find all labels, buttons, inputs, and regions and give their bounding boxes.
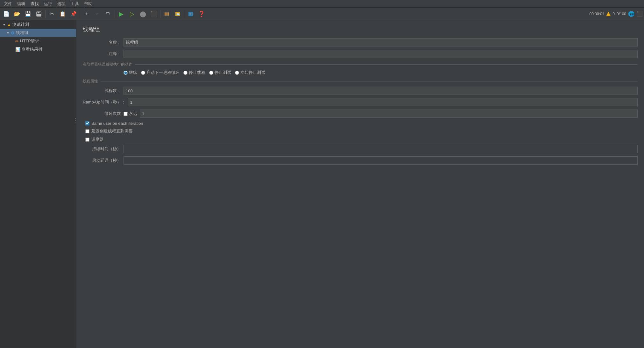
loop-count-input[interactable] — [140, 110, 638, 118]
menu-run[interactable]: 运行 — [41, 0, 55, 7]
svg-rect-1 — [38, 12, 39, 13]
sep3 — [115, 10, 115, 18]
add-button[interactable]: ＋ — [81, 9, 92, 19]
open-button[interactable]: 📂 — [12, 9, 22, 19]
main-layout: ▼ ▲ 测试计划 ▼ ⚙ 线程组 ✏ HTTP请求 📊 查看结果树 ⋮ 线程组 … — [0, 20, 644, 348]
name-input[interactable] — [124, 38, 638, 46]
copy-button[interactable]: 📋 — [58, 9, 68, 19]
sep2 — [80, 10, 80, 18]
radio-next-loop[interactable]: 启动下一进程循环 — [141, 70, 180, 75]
undo-button[interactable] — [103, 9, 113, 19]
duration-row: 持续时间（秒） — [83, 145, 638, 153]
same-user-row: Same user on each iteration — [83, 121, 638, 126]
thread-props-title: 线程属性 — [83, 79, 638, 84]
menu-help[interactable]: 帮助 — [81, 0, 95, 7]
help-button[interactable]: ❓ — [196, 9, 207, 19]
stop-all-button[interactable]: ⬛ — [149, 9, 159, 19]
toolbar: 📄 📂 💾 ✂ 📋 📌 ＋ － ▶ ▷ ⬤ ⬛ 📧 — [0, 8, 644, 20]
same-user-label[interactable]: Same user on each iteration — [91, 121, 143, 126]
name-label: 名称： — [83, 39, 121, 45]
menu-edit[interactable]: 编辑 — [15, 0, 28, 7]
timer-display: 00:00:01 — [590, 12, 605, 16]
loop-count-label: 循环次数 — [83, 111, 121, 117]
delay-create-label[interactable]: 延迟创建线程直到需要 — [91, 128, 133, 134]
scheduler-label[interactable]: 调度器 — [91, 137, 104, 142]
content-area: 线程组 名称： 注释： 在取样器错误后要执行的动作 继续 启动下一进程循环 — [76, 20, 644, 348]
chevron-down-icon: ▼ — [3, 23, 6, 26]
chevron-down-icon2: ▼ — [3, 31, 10, 35]
radio-stop-test-now-label: 立即停止测试 — [240, 70, 265, 75]
sidebar-item-label-view-results: 查看结果树 — [22, 46, 42, 52]
scheduler-row: 调度器 — [83, 137, 638, 142]
menu-tools[interactable]: 工具 — [68, 0, 81, 7]
sidebar-item-thread-group[interactable]: ▼ ⚙ 线程组 — [0, 29, 76, 37]
list-button[interactable] — [186, 9, 196, 19]
run-button[interactable]: ▶ — [116, 9, 126, 19]
thread-count-row: 线程数： — [83, 87, 638, 95]
same-user-checkbox[interactable] — [85, 121, 89, 125]
comment-input[interactable] — [124, 50, 638, 58]
forever-checkbox-label[interactable]: 永远 — [124, 111, 137, 117]
radio-stop-thread[interactable]: 停止线程 — [183, 70, 205, 75]
thread-props-label: 线程属性 — [83, 79, 98, 84]
stop-button[interactable]: ⬤ — [138, 9, 148, 19]
sidebar-item-label-http-request: HTTP请求 — [20, 38, 39, 44]
sidebar: ▼ ▲ 测试计划 ▼ ⚙ 线程组 ✏ HTTP请求 📊 查看结果树 ⋮ — [0, 20, 76, 348]
page-title: 线程组 — [83, 25, 638, 33]
sidebar-item-label-thread-group: 线程组 — [16, 30, 28, 36]
sidebar-item-label-test-plan: 测试计划 — [12, 22, 29, 27]
test-plan-icon: ▲ — [7, 22, 11, 27]
svg-rect-2 — [37, 14, 41, 16]
toolbar-right: 00:00:01 0 0/100 🌐 ⬛ — [590, 11, 643, 17]
ramp-up-row: Ramp-Up时间（秒）： — [83, 98, 638, 106]
get-button[interactable]: 📧 — [173, 9, 183, 19]
cut-button[interactable]: ✂ — [47, 9, 57, 19]
view-results-icon: 📊 — [15, 47, 20, 52]
ramp-up-input[interactable] — [128, 98, 638, 106]
radio-group-row: 继续 启动下一进程循环 停止线程 停止测试 立即停止测试 — [83, 70, 638, 75]
comment-label: 注释： — [83, 51, 121, 57]
radio-continue[interactable]: 继续 — [124, 70, 137, 75]
clear-button[interactable] — [162, 9, 172, 19]
menu-options[interactable]: 选项 — [55, 0, 68, 7]
paste-button[interactable]: 📌 — [68, 9, 79, 19]
sep4 — [160, 10, 160, 18]
forever-checkbox[interactable] — [124, 112, 128, 116]
scheduler-checkbox[interactable] — [85, 138, 89, 142]
save-as-button[interactable] — [34, 9, 44, 19]
thread-count-input[interactable] — [124, 87, 638, 95]
delay-create-checkbox[interactable] — [85, 129, 89, 133]
radio-stop-test-now[interactable]: 立即停止测试 — [235, 70, 265, 75]
radio-stop-thread-label: 停止线程 — [189, 70, 205, 75]
new-button[interactable]: 📄 — [1, 9, 11, 19]
loop-count-row: 循环次数 永远 — [83, 110, 638, 118]
startup-delay-row: 启动延迟（秒） — [83, 156, 638, 165]
sidebar-item-view-results[interactable]: 📊 查看结果树 — [0, 45, 76, 53]
run-no-pause-button[interactable]: ▷ — [127, 9, 137, 19]
forever-label: 永远 — [129, 111, 137, 117]
delay-create-row: 延迟创建线程直到需要 — [83, 128, 638, 134]
comment-row: 注释： — [83, 50, 638, 58]
remove-button[interactable]: － — [92, 9, 103, 19]
duration-label: 持续时间（秒） — [83, 146, 121, 152]
sampler-error-section: 在取样器错误后要执行的动作 — [83, 62, 638, 67]
save-button[interactable]: 💾 — [23, 9, 33, 19]
menu-file[interactable]: 文件 — [1, 0, 15, 7]
ramp-up-label: Ramp-Up时间（秒）： — [83, 99, 125, 105]
name-row: 名称： — [83, 38, 638, 46]
sidebar-item-http-request[interactable]: ✏ HTTP请求 — [0, 37, 76, 45]
sidebar-drag-handle[interactable]: ⋮ — [72, 117, 76, 124]
startup-delay-input[interactable] — [124, 156, 638, 165]
globe-icon: 🌐 — [628, 11, 634, 17]
thread-count-label: 线程数： — [83, 88, 121, 94]
menu-find[interactable]: 查找 — [28, 0, 41, 7]
thread-group-icon: ⚙ — [11, 31, 15, 35]
duration-input[interactable] — [124, 145, 638, 153]
sep1 — [45, 10, 46, 18]
svg-marker-3 — [106, 12, 107, 14]
menubar: 文件 编辑 查找 运行 选项 工具 帮助 — [0, 0, 644, 8]
startup-delay-label: 启动延迟（秒） — [83, 158, 121, 163]
sidebar-item-test-plan[interactable]: ▼ ▲ 测试计划 — [0, 20, 76, 29]
radio-stop-test[interactable]: 停止测试 — [209, 70, 231, 75]
radio-stop-test-label: 停止测试 — [215, 70, 231, 75]
